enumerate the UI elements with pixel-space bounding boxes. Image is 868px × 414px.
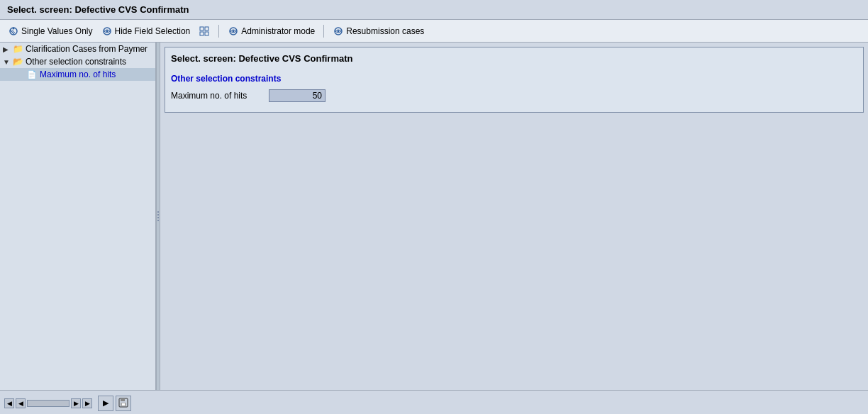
content-title: Select. screen: Defective CVS Confirmatn	[171, 53, 857, 67]
tree-toggle-clarification: ▶	[3, 45, 10, 53]
resubmission-button[interactable]: Resubmission cases	[330, 25, 426, 38]
admin-mode-label: Administrator mode	[241, 26, 315, 36]
grid-icon	[199, 26, 210, 37]
horizontal-scroll-area: ◀ ◀ ▶ ▶	[4, 398, 92, 408]
scroll-right-prev-button[interactable]: ◀	[16, 398, 26, 408]
execute-button[interactable]: ▶	[98, 396, 113, 411]
save-icon	[118, 398, 128, 409]
divider-dot-4	[157, 220, 159, 221]
toolbar: Single Values Only Hide Field Selection	[0, 20, 868, 43]
single-values-icon	[8, 26, 19, 37]
svg-rect-4	[200, 27, 204, 30]
hide-field-button[interactable]: Hide Field Selection	[99, 25, 193, 38]
svg-point-11	[338, 30, 340, 32]
tree-label-max-hits: Maximum no. of hits	[40, 69, 116, 79]
hide-field-icon	[101, 26, 113, 37]
bottom-bar: ◀ ◀ ▶ ▶ ▶	[0, 390, 868, 414]
admin-mode-icon	[228, 26, 239, 37]
resubmission-label: Resubmission cases	[346, 26, 424, 36]
execute-icon: ▶	[103, 398, 108, 408]
doc-icon-max-hits: 📄	[26, 69, 38, 79]
toolbar-separator-2	[323, 25, 324, 38]
tree-label-other-selection: Other selection constraints	[26, 57, 126, 67]
max-hits-row: Maximum no. of hits	[171, 89, 857, 102]
svg-rect-6	[200, 32, 204, 35]
hide-field-label: Hide Field Selection	[115, 26, 191, 36]
svg-rect-13	[121, 398, 125, 401]
scroll-far-right-button[interactable]: ▶	[82, 398, 92, 408]
svg-rect-15	[122, 403, 125, 405]
svg-point-3	[106, 30, 108, 32]
divider-dot-2	[157, 214, 159, 216]
toolbar-separator-1	[218, 25, 219, 38]
max-hits-input[interactable]	[269, 89, 326, 102]
scroll-right-button[interactable]: ▶	[71, 398, 81, 408]
resubmission-icon	[333, 26, 344, 37]
tree-label-clarification: Clarification Cases from Paymer	[26, 44, 148, 54]
folder-icon-other-selection: 📂	[12, 57, 23, 67]
tree-item-other-selection[interactable]: ▼ 📂 Other selection constraints	[0, 55, 155, 68]
single-values-button[interactable]: Single Values Only	[6, 25, 95, 38]
title-text: Select. screen: Defective CVS Confirmatn	[7, 4, 189, 15]
svg-rect-7	[205, 32, 208, 35]
tree-toggle-other-selection: ▼	[3, 58, 10, 66]
scroll-left-button[interactable]: ◀	[4, 398, 14, 408]
divider-dot-3	[157, 217, 159, 218]
max-hits-label: Maximum no. of hits	[171, 91, 263, 101]
right-panel: Select. screen: Defective CVS Confirmatn…	[160, 43, 868, 390]
divider-dot-1	[157, 211, 159, 213]
single-values-label: Single Values Only	[21, 26, 93, 36]
tree-item-max-hits[interactable]: 📄 Maximum no. of hits	[0, 68, 155, 81]
save-button[interactable]	[116, 396, 131, 411]
svg-point-9	[233, 30, 235, 32]
folder-icon-clarification: 📁	[12, 44, 23, 54]
main-area: ▶ 📁 Clarification Cases from Paymer ▼ 📂 …	[0, 43, 868, 390]
title-bar: Select. screen: Defective CVS Confirmatn	[0, 0, 868, 20]
grid-view-button[interactable]	[196, 25, 212, 38]
section-header: Other selection constraints	[171, 74, 857, 84]
tree-item-clarification[interactable]: ▶ 📁 Clarification Cases from Paymer	[0, 43, 155, 55]
content-box: Select. screen: Defective CVS Confirmatn…	[165, 47, 864, 113]
svg-point-1	[13, 27, 15, 29]
svg-rect-5	[205, 27, 208, 30]
admin-mode-button[interactable]: Administrator mode	[226, 25, 317, 38]
left-panel: ▶ 📁 Clarification Cases from Paymer ▼ 📂 …	[0, 43, 156, 390]
scroll-track[interactable]	[27, 400, 69, 407]
